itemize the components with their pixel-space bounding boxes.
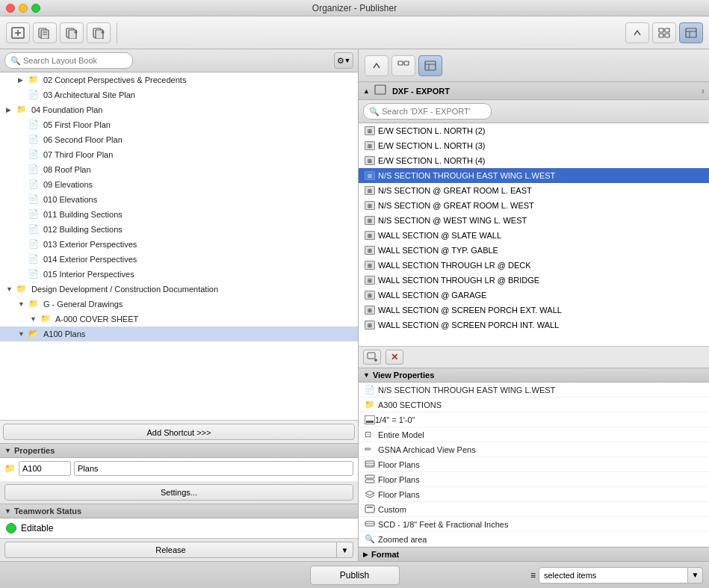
vp-label-layers2: Floor Plans: [378, 475, 420, 484]
view-item-icon: ⊞: [365, 291, 375, 300]
tree-item-03[interactable]: 📄 03 Architectural Site Plan: [0, 87, 358, 102]
page-icon: 📄: [28, 179, 40, 190]
tree-item-010[interactable]: 📄 010 Elevations: [0, 192, 358, 207]
svg-rect-11: [96, 30, 103, 39]
teamwork-content: Editable: [0, 519, 358, 538]
tree-item-label: 014 Exterior Perspectives: [43, 255, 137, 264]
export-button[interactable]: [87, 22, 111, 43]
vp-layers-icon: [365, 459, 378, 470]
move-up-button[interactable]: [625, 22, 649, 43]
page-icon: 📄: [28, 120, 40, 130]
vp-row-zoom: 🔍 Zoomed area: [359, 532, 709, 547]
tree-item-014[interactable]: 📄 014 Exterior Perspectives: [0, 252, 358, 267]
tree-item-a100[interactable]: ▼ 📂 A100 Plans: [0, 327, 358, 341]
view-item-icon: ⊞: [365, 306, 375, 315]
right-up-button[interactable]: [365, 55, 388, 76]
list-item-9[interactable]: ⊞ WALL SECTION @ TYP. GABLE: [359, 243, 709, 258]
folder-icon: 📁: [16, 284, 28, 294]
view-item-icon: ⊞: [365, 276, 375, 285]
view-item-icon: ⊞: [365, 201, 375, 210]
format-expand-icon: ▶: [363, 551, 368, 558]
settings-button[interactable]: Settings...: [4, 484, 353, 501]
list-item-label: WALL SECTION THROUGH LR @ BRIDGE: [378, 276, 539, 285]
tree-item-06[interactable]: 📄 06 Second Floor Plan: [0, 132, 358, 147]
close-button[interactable]: [6, 4, 15, 13]
layout-book-button[interactable]: [33, 22, 57, 43]
list-item-6[interactable]: ⊞ N/S SECTION @ GREAT ROOM L. WEST: [359, 198, 709, 213]
props-field-name[interactable]: [74, 461, 353, 476]
properties-header[interactable]: ▼ Properties: [0, 444, 358, 458]
publish-button[interactable]: Publish: [310, 566, 400, 585]
tree-item-011[interactable]: 📄 011 Building Sections: [0, 207, 358, 222]
page-icon: 📄: [28, 164, 40, 175]
delete-view-button[interactable]: ✕: [386, 350, 403, 365]
view-properties-header[interactable]: ▼ View Properties: [359, 368, 709, 383]
tree-item-a000[interactable]: ▼ 📁 A-000 COVER SHEET: [0, 312, 358, 327]
right-toolbar-group: [625, 22, 703, 43]
selected-items-input[interactable]: [539, 567, 688, 584]
list-item-1[interactable]: ⊞ E/W SECTION L. NORTH (2): [359, 123, 709, 138]
release-dropdown-button[interactable]: ▼: [337, 542, 353, 558]
view-properties-content: 📄 N/S SECTION THROUGH EAST WING L.WEST 📁…: [359, 383, 709, 547]
tree-item-label: 05 First Floor Plan: [43, 120, 111, 129]
vp-ruler-icon: ▬: [365, 415, 375, 424]
vp-label-folder: A300 SECTIONS: [378, 400, 442, 409]
tree-item-label: A100 Plans: [43, 329, 85, 338]
properties-row-1: 📁: [4, 461, 353, 476]
list-item-2[interactable]: ⊞ E/W SECTION L. NORTH (3): [359, 138, 709, 153]
new-layout-button[interactable]: [6, 22, 30, 43]
vp-layers3-icon: [365, 489, 378, 500]
dxf-header[interactable]: ▲ DXF - EXPORT ›: [359, 82, 709, 100]
vp-label-layers3: Floor Plans: [378, 490, 420, 499]
list-item-12[interactable]: ⊞ WALL SECTION @ GARAGE: [359, 288, 709, 303]
release-row: Release ▼: [0, 538, 358, 561]
right-search-input[interactable]: [363, 103, 492, 120]
tree-item-g[interactable]: ▼ 📁 G - General Drawings: [0, 297, 358, 312]
list-item-7[interactable]: ⊞ N/S SECTION @ WEST WING L. WEST: [359, 213, 709, 228]
list-item-8[interactable]: ⊞ WALL SECTION @ SLATE WALL: [359, 228, 709, 243]
list-item-3[interactable]: ⊞ E/W SECTION L. NORTH (4): [359, 153, 709, 168]
tree-item-05[interactable]: 📄 05 First Floor Plan: [0, 117, 358, 132]
svg-rect-8: [69, 30, 76, 39]
list-item-14[interactable]: ⊞ WALL SECTION @ SCREEN PORCH INT. WALL: [359, 318, 709, 332]
tree-item-015[interactable]: 📄 015 Interior Perspectives: [0, 267, 358, 282]
tree-item-08[interactable]: 📄 08 Roof Plan: [0, 162, 358, 177]
props-field-id[interactable]: [19, 461, 71, 476]
teamwork-header[interactable]: ▼ Teamwork Status: [0, 504, 358, 519]
view-item-icon: ⊞: [365, 216, 375, 225]
tree-item-09[interactable]: 📄 09 Elevations: [0, 177, 358, 192]
right-active-button[interactable]: [418, 55, 442, 76]
list-item-4[interactable]: ⊞ N/S SECTION THROUGH EAST WING L.WEST: [359, 168, 709, 183]
tree-item-dd[interactable]: ▼ 📁 Design Development / Construction Do…: [0, 282, 358, 297]
minimize-button[interactable]: [19, 4, 28, 13]
right-list[interactable]: ⊞ E/W SECTION L. NORTH (2) ⊞ E/W SECTION…: [359, 123, 709, 346]
selected-items-dropdown[interactable]: ▼: [688, 567, 703, 584]
release-button[interactable]: Release: [4, 542, 337, 558]
add-shortcut-button[interactable]: Add Shortcut >>>: [3, 424, 355, 440]
list-item-5[interactable]: ⊞ N/S SECTION @ GREAT ROOM L. EAST: [359, 183, 709, 198]
list-item-label: WALL SECTION @ GARAGE: [378, 291, 486, 300]
view-icon-button[interactable]: [652, 22, 676, 43]
tree-item-013[interactable]: 📄 013 Exterior Perspectives: [0, 237, 358, 252]
left-tree-area[interactable]: ▶ 📁 02 Concept Perspectives & Precedents…: [0, 72, 358, 420]
format-header[interactable]: ▶ Format: [359, 547, 709, 561]
list-item-10[interactable]: ⊞ WALL SECTION THROUGH LR @ DECK: [359, 258, 709, 273]
vp-row-folder: 📁 A300 SECTIONS: [359, 397, 709, 412]
zoom-button[interactable]: [31, 4, 40, 13]
tree-item-02[interactable]: ▶ 📁 02 Concept Perspectives & Precedents: [0, 72, 358, 87]
window-title: Organizer - Publisher: [312, 3, 397, 13]
list-item-13[interactable]: ⊞ WALL SECTION @ SCREEN PORCH EXT. WALL: [359, 303, 709, 318]
list-item-label: WALL SECTION @ SCREEN PORCH INT. WALL: [378, 321, 559, 329]
list-item-11[interactable]: ⊞ WALL SECTION THROUGH LR @ BRIDGE: [359, 273, 709, 288]
tree-item-012[interactable]: 📄 012 Building Sections: [0, 222, 358, 237]
tree-item-07[interactable]: 📄 07 Third Floor Plan: [0, 147, 358, 162]
left-settings-button[interactable]: ⚙ ▼: [334, 52, 353, 69]
list-item-label: WALL SECTION @ TYP. GABLE: [378, 246, 498, 255]
right-view-button[interactable]: [391, 55, 415, 76]
right-search-icon: 🔍: [369, 107, 380, 117]
tree-item-04[interactable]: ▶ 📁 04 Foundation Plan: [0, 102, 358, 117]
left-search-input[interactable]: [4, 52, 133, 69]
active-toolbar-button[interactable]: [679, 22, 703, 43]
import-button[interactable]: [60, 22, 84, 43]
add-view-button[interactable]: [363, 350, 381, 365]
